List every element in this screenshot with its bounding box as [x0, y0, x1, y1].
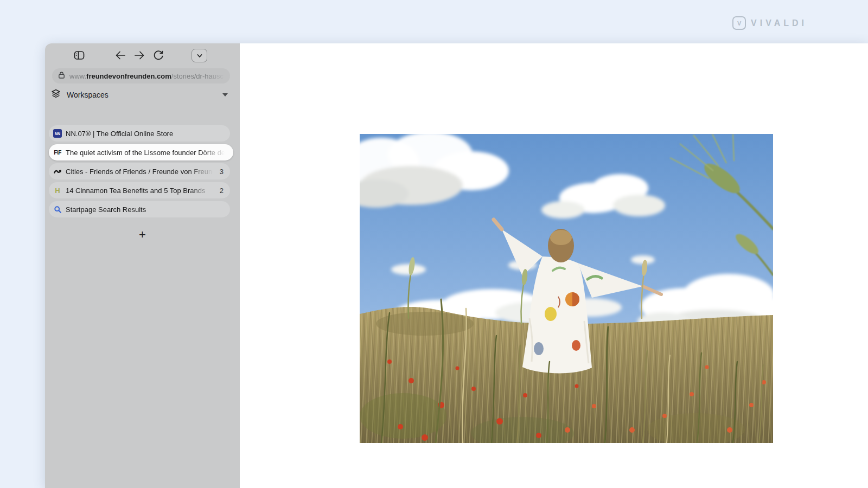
url-domain: freundevonfreunden.com	[86, 72, 171, 80]
tab-title: NN.07® | The Official Online Store	[66, 130, 225, 138]
startpage-magnifier-favicon	[53, 205, 62, 214]
back-button[interactable]	[113, 49, 127, 62]
reload-icon	[152, 49, 165, 62]
desktop: V VIVALDI	[0, 0, 868, 488]
chevron-down-icon	[196, 52, 203, 60]
tab-cities[interactable]: Cities - Friends of Friends / Freunde vo…	[49, 163, 230, 179]
cities-favicon	[53, 167, 62, 176]
tab-nn07[interactable]: NN NN.07® | The Official Online Store	[49, 125, 230, 142]
nn07-favicon: NN	[53, 129, 62, 138]
workspaces-label: Workspaces	[67, 91, 108, 99]
tab-title: Startpage Search Results	[66, 206, 225, 214]
back-arrow-icon	[114, 49, 127, 62]
reload-button[interactable]	[151, 49, 165, 62]
vivaldi-logo-icon: V	[732, 16, 746, 30]
lock-icon	[58, 71, 66, 81]
caret-down-icon[interactable]	[222, 93, 228, 97]
tab-cinnamon-tea[interactable]: H 14 Cinnamon Tea Benefits and 5 Top Bra…	[49, 182, 230, 198]
url-path: /stories/dr-hausc	[171, 72, 224, 80]
address-bar[interactable]: www.freundevonfreunden.com/stories/dr-ha…	[52, 68, 230, 84]
tab-badge: 2	[220, 187, 225, 195]
navigation-toolbar	[45, 43, 240, 67]
web-page-content	[240, 43, 868, 488]
layers-icon	[50, 88, 61, 101]
healthline-favicon: H	[53, 186, 62, 195]
url-prefix: www.	[69, 72, 86, 80]
forward-button[interactable]	[132, 49, 146, 62]
sidebar-panel-icon	[73, 49, 86, 62]
forward-arrow-icon	[133, 49, 146, 62]
article-photo	[360, 134, 773, 443]
tab-title: The quiet activism of the Lissome founde…	[66, 149, 228, 157]
workspaces-selector[interactable]: Workspaces	[50, 87, 234, 102]
tab-startpage[interactable]: Startpage Search Results	[49, 201, 230, 217]
toolbar-dropdown-button[interactable]	[192, 49, 207, 62]
vivaldi-wallpaper-logo: V VIVALDI	[732, 16, 807, 30]
new-tab-button[interactable]: +	[45, 227, 240, 243]
fvf-favicon: F\F	[53, 148, 62, 157]
tab-title: 14 Cinnamon Tea Benefits and 5 Top Brand…	[66, 187, 216, 195]
tab-title: Cities - Friends of Friends / Freunde vo…	[66, 168, 216, 176]
tab-lissome-active[interactable]: F\F The quiet activism of the Lissome fo…	[49, 144, 233, 160]
tab-badge: 3	[220, 168, 225, 176]
panel-toggle-button[interactable]	[72, 49, 86, 62]
browser-window: www.freundevonfreunden.com/stories/dr-ha…	[45, 43, 868, 488]
tab-list: NN NN.07® | The Official Online Store F\…	[49, 125, 236, 217]
url-text: www.freundevonfreunden.com/stories/dr-ha…	[69, 72, 225, 80]
browser-sidebar: www.freundevonfreunden.com/stories/dr-ha…	[45, 43, 240, 488]
vivaldi-logo-text: VIVALDI	[751, 18, 807, 28]
